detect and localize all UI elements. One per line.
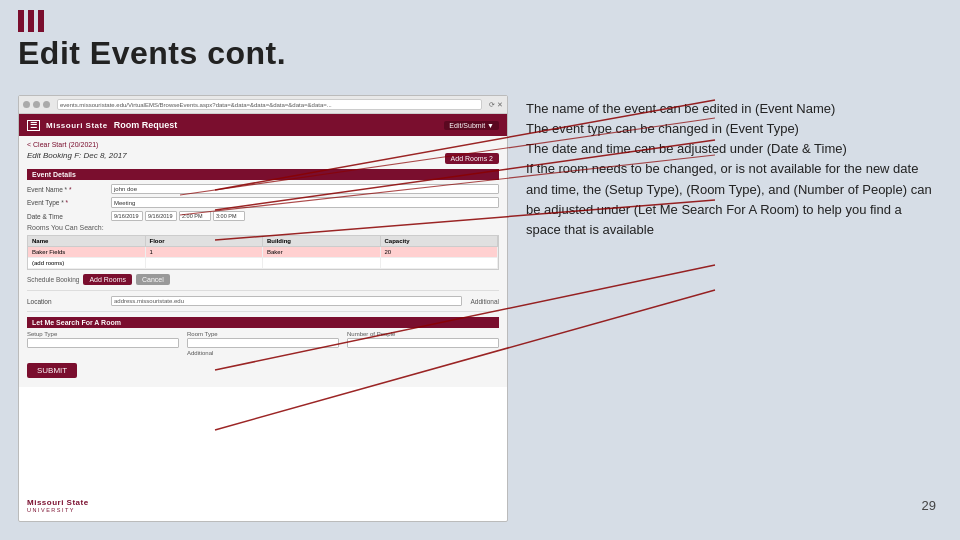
navbar-logo: Missouri State xyxy=(46,121,108,130)
form-breadcrumb[interactable]: < Clear Start (20/2021) xyxy=(27,141,499,148)
page-title: Edit Events cont. xyxy=(18,35,286,72)
room-name-cell: Baker Fields xyxy=(28,247,146,257)
setup-type-input[interactable] xyxy=(27,338,179,348)
annotation-text: The name of the event can be edited in (… xyxy=(526,99,934,240)
additional2-label: Additional xyxy=(187,350,339,356)
col-header-2: Floor xyxy=(146,236,264,246)
event-name-input[interactable]: john doe xyxy=(111,184,499,194)
date-time-label: Date & Time xyxy=(27,213,107,220)
bar-line-2 xyxy=(28,10,34,32)
mo-state-university: UNIVERSITY xyxy=(27,507,89,513)
annotation-name: The name of the event can be edited in (… xyxy=(526,101,835,116)
browser-bar: events.missouristate.edu/VirtualEMS/Brow… xyxy=(19,96,507,114)
event-details-section: Event Details xyxy=(27,169,499,180)
annotation-panel: The name of the event can be edited in (… xyxy=(518,95,942,522)
section-divider xyxy=(27,290,499,291)
annotation-datetime: The date and time can be adjusted under … xyxy=(526,141,847,156)
let-me-search-section: Let Me Search For A Room xyxy=(27,317,499,328)
logo-bars xyxy=(18,10,44,32)
browser-dot xyxy=(43,101,50,108)
room-floor-cell: 1 xyxy=(146,247,264,257)
time-from-input[interactable]: 2:00 PM xyxy=(179,211,211,221)
event-type-label: Event Type * xyxy=(27,199,107,206)
room-table-header: Name Floor Building Capacity xyxy=(28,236,498,247)
room-table: Name Floor Building Capacity Baker Field… xyxy=(27,235,499,270)
room-capacity-cell: 20 xyxy=(381,247,499,257)
location-label: Location xyxy=(27,298,107,305)
add-rooms-button[interactable]: Add Rooms 2 xyxy=(445,153,499,164)
action-buttons: Schedule Booking Add Rooms Cancel xyxy=(27,274,499,285)
people-input[interactable] xyxy=(347,338,499,348)
browser-dot xyxy=(23,101,30,108)
mo-state-name: Missouri State xyxy=(27,498,89,507)
annotation-room: If the room needs to be changed, or is n… xyxy=(526,161,932,236)
people-label: Number of People xyxy=(347,331,499,337)
date-time-row: Date & Time 9/16/2019 9/16/2019 2:00 PM … xyxy=(27,211,499,221)
date-time-inputs: 9/16/2019 9/16/2019 2:00 PM 3:00 PM xyxy=(111,211,499,221)
setup-type-col: Setup Type xyxy=(27,331,179,356)
col-header-1: Name xyxy=(28,236,146,246)
event-type-select[interactable]: Meeting xyxy=(111,197,499,208)
room-type-input[interactable] xyxy=(187,338,339,348)
submit-button[interactable]: SUBMIT xyxy=(27,363,77,378)
navbar-title: Room Request xyxy=(114,120,178,130)
search-form-row: Setup Type Room Type Additional Number o… xyxy=(27,331,499,356)
date-to-input[interactable]: 9/16/2019 xyxy=(145,211,177,221)
screenshot-panel: events.missouristate.edu/VirtualEMS/Brow… xyxy=(18,95,508,522)
page-number: 29 xyxy=(922,496,936,516)
room-capacity-cell xyxy=(381,258,499,268)
date-from-input[interactable]: 9/16/2019 xyxy=(111,211,143,221)
setup-type-label: Setup Type xyxy=(27,331,179,337)
browser-dot xyxy=(33,101,40,108)
people-col: Number of People xyxy=(347,331,499,356)
slide-container: Edit Events cont. events.missouristate.e… xyxy=(0,0,960,540)
bar-line-1 xyxy=(18,10,24,32)
section-divider-2 xyxy=(27,311,499,312)
col-header-3: Building xyxy=(263,236,381,246)
rooms-search-label: Rooms You Can Search: xyxy=(27,224,499,231)
event-type-row: Event Type * Meeting xyxy=(27,197,499,208)
additional-label: Additional xyxy=(470,298,499,305)
room-name-cell: (add rooms) xyxy=(28,258,146,268)
room-building-cell xyxy=(263,258,381,268)
event-name-label: Event Name * xyxy=(27,186,107,193)
location-row: Location address.missouristate.edu Addit… xyxy=(27,296,499,306)
browser-url: events.missouristate.edu/VirtualEMS/Brow… xyxy=(57,99,482,110)
mo-state-logo: Missouri State UNIVERSITY xyxy=(27,498,89,513)
table-row[interactable]: Baker Fields 1 Baker 20 xyxy=(28,247,498,258)
form-area: < Clear Start (20/2021) Edit Booking F: … xyxy=(19,136,507,387)
content-area: events.missouristate.edu/VirtualEMS/Brow… xyxy=(18,95,942,522)
room-type-label: Room Type xyxy=(187,331,339,337)
room-type-col: Room Type Additional xyxy=(187,331,339,356)
room-floor-cell xyxy=(146,258,264,268)
hamburger-icon[interactable]: ☰ xyxy=(27,120,40,131)
col-header-4: Capacity xyxy=(381,236,499,246)
bar-line-3 xyxy=(38,10,44,32)
edit-submit-button[interactable]: Edit/Submit ▼ xyxy=(444,121,499,130)
table-row[interactable]: (add rooms) xyxy=(28,258,498,269)
cancel-btn[interactable]: Cancel xyxy=(136,274,170,285)
room-building-cell: Baker xyxy=(263,247,381,257)
add-rooms-btn[interactable]: Add Rooms xyxy=(83,274,132,285)
form-header: Edit Booking F: Dec 8, 2017 xyxy=(27,151,127,160)
app-navbar: ☰ Missouri State Room Request Edit/Submi… xyxy=(19,114,507,136)
time-to-input[interactable]: 3:00 PM xyxy=(213,211,245,221)
schedule-booking-label: Schedule Booking xyxy=(27,276,79,283)
annotation-type: The event type can be changed in (Event … xyxy=(526,121,799,136)
event-name-row: Event Name * john doe xyxy=(27,184,499,194)
location-input[interactable]: address.missouristate.edu xyxy=(111,296,462,306)
